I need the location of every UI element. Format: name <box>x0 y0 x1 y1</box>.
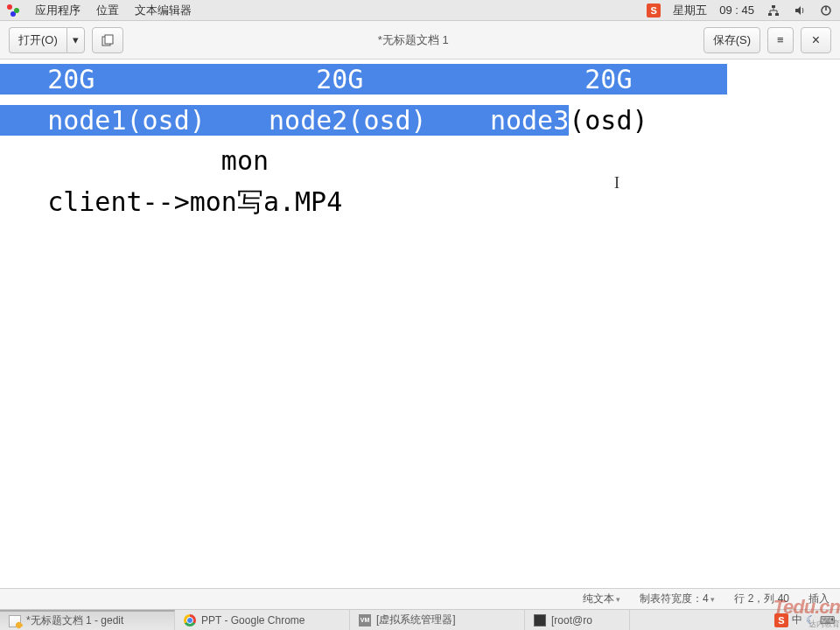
hamburger-menu-button[interactable]: ≡ <box>767 27 794 53</box>
taskbar-item-virt-manager[interactable]: VM [虚拟系统管理器] <box>350 610 525 630</box>
network-icon[interactable] <box>766 4 780 18</box>
text-line-2-selected: node1(osd) node2(osd) node3 <box>0 105 569 136</box>
text-line-6: client-->mon写a.MP4 <box>0 182 840 223</box>
chrome-icon <box>184 614 196 626</box>
svg-rect-6 <box>105 35 113 44</box>
status-tab-width[interactable]: 制表符宽度：4 <box>640 592 715 606</box>
taskbar-label: *无标题文档 1 - gedit <box>26 613 123 628</box>
editor-status-bar: 纯文本 制表符宽度：4 行 2，列 40 插入 <box>0 588 840 609</box>
taskbar-item-terminal[interactable]: [root@ro <box>525 610 630 630</box>
new-tab-button[interactable] <box>92 27 123 53</box>
system-tray: S 中 ☾ ⌨ <box>769 612 840 627</box>
text-line-2-rest: (osd) <box>569 105 648 136</box>
taskbar-label: [虚拟系统管理器] <box>376 612 456 627</box>
open-dropdown-button[interactable]: ▾ <box>66 27 85 53</box>
document-title: *无标题文档 1 <box>123 32 704 48</box>
virt-manager-icon: VM <box>359 614 371 626</box>
sogou-tray-icon[interactable]: S <box>774 613 788 627</box>
text-line-4: mon <box>0 141 840 182</box>
keyboard-icon[interactable]: ⌨ <box>820 614 835 626</box>
desktop-top-panel: 应用程序 位置 文本编辑器 S 星期五 09 : 45 <box>0 0 840 21</box>
text-cursor-icon: I <box>614 172 616 189</box>
taskbar-label: PPT - Google Chrome <box>201 614 305 626</box>
taskbar-item-chrome[interactable]: PPT - Google Chrome <box>175 610 350 630</box>
desktop-taskbar: *无标题文档 1 - gedit PPT - Google Chrome VM … <box>0 609 840 630</box>
clock-time: 09 : 45 <box>719 4 754 17</box>
text-line-1: 20G 20G 20G <box>0 64 727 94</box>
taskbar-item-gedit[interactable]: *无标题文档 1 - gedit <box>0 610 175 630</box>
editor-toolbar: 打开(O) ▾ *无标题文档 1 保存(S) ≡ × <box>0 21 840 60</box>
terminal-icon <box>534 614 546 626</box>
menu-applications[interactable]: 应用程序 <box>35 3 80 18</box>
close-button[interactable]: × <box>801 27 831 53</box>
save-button[interactable]: 保存(S) <box>704 27 760 53</box>
gedit-icon <box>9 615 21 627</box>
clock-day: 星期五 <box>673 3 707 18</box>
ime-mode[interactable]: 中 <box>792 612 802 627</box>
menu-text-editor[interactable]: 文本编辑器 <box>135 3 192 18</box>
status-insert-mode: 插入 <box>808 592 830 606</box>
night-mode-icon[interactable]: ☾ <box>806 613 816 626</box>
taskbar-label: [root@ro <box>551 614 592 626</box>
open-button[interactable]: 打开(O) <box>9 27 66 53</box>
volume-icon[interactable] <box>793 4 807 18</box>
status-language[interactable]: 纯文本 <box>583 592 621 606</box>
sogou-ime-icon[interactable]: S <box>647 4 661 18</box>
svg-rect-1 <box>768 13 772 16</box>
svg-rect-2 <box>775 13 779 16</box>
open-button-group: 打开(O) ▾ <box>9 27 85 53</box>
menu-places[interactable]: 位置 <box>96 3 119 18</box>
svg-rect-0 <box>772 5 775 8</box>
activities-icon[interactable] <box>7 4 19 17</box>
power-icon[interactable] <box>819 4 833 18</box>
editor-text-area[interactable]: 20G 20G 20G node1(osd) node2(osd) node3(… <box>0 60 840 586</box>
status-cursor-position: 行 2，列 40 <box>734 592 789 606</box>
